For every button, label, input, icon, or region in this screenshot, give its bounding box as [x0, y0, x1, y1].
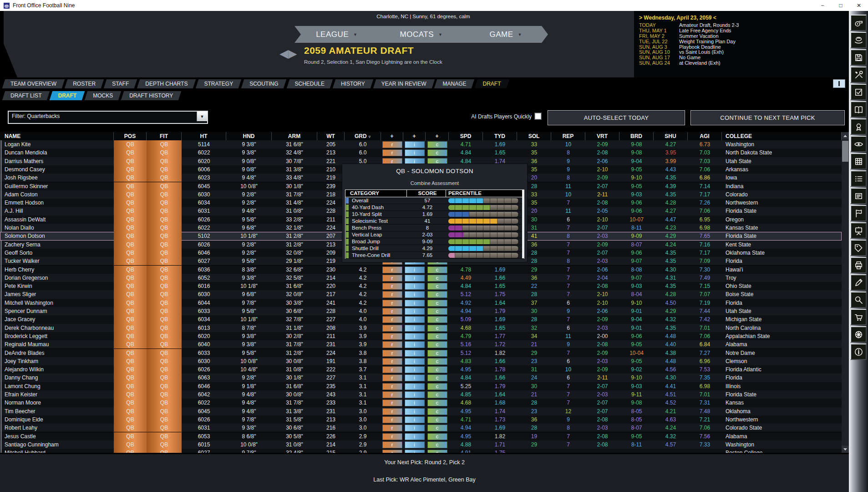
subtab-mocks[interactable]: MOCKS	[86, 91, 120, 100]
table-row[interactable]: Jace GraceyQBQB603410 1/8"32 7/8"2274.0r…	[0, 315, 842, 323]
sidebar-button-save[interactable]	[850, 49, 867, 66]
column-header-wt[interactable]: WT	[317, 132, 345, 140]
sidebar-button-medal[interactable]	[850, 118, 867, 135]
column-header-tyd[interactable]: TYD	[483, 132, 517, 140]
tab-manage[interactable]: MANAGE	[436, 79, 473, 88]
row-color-strip	[346, 252, 349, 258]
tab-team-overview[interactable]: TEAM OVERVIEW	[4, 79, 63, 88]
column-header-rep[interactable]: REP	[551, 132, 585, 140]
column-header-i[interactable]: +	[403, 132, 426, 140]
subtab-draft-list[interactable]: DRAFT LIST	[4, 91, 48, 100]
sidebar-button-pencil[interactable]	[850, 274, 867, 291]
table-row[interactable]: Dominique EideQBQB60269 7/8"31 5/8"2133.…	[0, 415, 842, 424]
cell-hnd: 9 3/8"	[226, 149, 272, 157]
sidebar-button-eye[interactable]	[850, 136, 867, 152]
ai-drafts-checkbox[interactable]	[534, 113, 542, 120]
scroll-up-arrow[interactable]	[842, 132, 849, 139]
sidebar-button-wheel[interactable]	[850, 326, 867, 343]
tab-scouting[interactable]: SCOUTING	[243, 79, 285, 88]
table-row[interactable]: Mitchell HubbardQBQB60279 7/8"32 4/8"215…	[0, 449, 842, 453]
sidebar-button-tag[interactable]	[850, 240, 867, 256]
column-header-vrt[interactable]: VRT	[585, 132, 619, 140]
column-header-c[interactable]: +	[426, 132, 449, 140]
table-row[interactable]: Jesus CastleQBQB60538 6/8"30 5/8"2262.9r…	[0, 432, 842, 441]
table-scrollbar[interactable]	[842, 132, 849, 453]
sidebar-button-hand-football[interactable]	[850, 32, 867, 48]
column-header-name[interactable]: NAME	[1, 132, 114, 140]
sidebar-button-news[interactable]	[850, 188, 867, 204]
sidebar-button-search[interactable]	[850, 292, 867, 308]
column-header-ht[interactable]: HT	[182, 132, 226, 140]
tab-depth-charts[interactable]: DEPTH CHARTS	[138, 79, 194, 88]
sidebar-button-info[interactable]	[850, 343, 867, 360]
column-header-shu[interactable]: SHU	[654, 132, 688, 140]
table-row[interactable]: James SligerQBQB60309 6/8"32 0/8"2174.2r…	[0, 290, 842, 298]
table-row[interactable]: Duncan MendiolaQBQB60229 3/8"32 4/8"2136…	[0, 149, 842, 157]
table-row[interactable]: Dorian GregersonQBQB60529 3/8"32 5/8"214…	[0, 274, 842, 282]
sidebar-button-printer[interactable]	[850, 257, 867, 273]
column-header-brd[interactable]: BRD	[619, 132, 654, 140]
table-row[interactable]: Robert LeahyQBQB60319 3/8"30 6/8"2163.0r…	[0, 424, 842, 432]
column-header-spd[interactable]: SPD	[449, 132, 483, 140]
minimize-button[interactable]: −	[813, 0, 832, 11]
table-row[interactable]: Efrain KeisterQBQB60429 4/8"30 0/8"2433.…	[0, 390, 842, 399]
menu-league[interactable]: LEAGUE▼	[294, 30, 379, 39]
table-row[interactable]: Derek CharbonneauQBQB60138 7/8"31 1/8"20…	[0, 324, 842, 332]
dropdown-arrow-icon[interactable]: ▼	[197, 112, 207, 121]
table-row[interactable]: Santiago CunninghamQBQB601510 0/8"31 0/8…	[0, 441, 842, 449]
column-header-college[interactable]: COLLEGE	[722, 132, 842, 140]
sidebar-button-whistle[interactable]	[850, 15, 867, 31]
sidebar-button-list[interactable]	[850, 170, 867, 187]
table-row[interactable]: Reginald MaumauQBQB60409 3/8"31 7/8"2313…	[0, 340, 842, 348]
table-row[interactable]: Logan KiteQBQB51149 3/8"31 6/8"2056.0ric…	[0, 140, 842, 149]
tab-draft[interactable]: DRAFT	[476, 79, 508, 88]
pick-nav-arrows[interactable]: ◀▶	[279, 47, 297, 60]
table-row[interactable]: Alejandro WilkinQBQB602610 4/8"31 0/8"22…	[0, 365, 842, 374]
table-row[interactable]: Spencer DunnamQBQB60339 5/8"30 6/8"2284.…	[0, 307, 842, 315]
subtab-draft-history[interactable]: DRAFT HISTORY	[122, 91, 180, 100]
sidebar-button-checklist[interactable]	[850, 84, 867, 100]
tab-staff[interactable]: STAFF	[105, 79, 136, 88]
sidebar-button-tools[interactable]	[850, 67, 867, 83]
sidebar-button-cart[interactable]	[850, 309, 867, 325]
table-row[interactable]: Joey TinkhamQBQB603010 0/8"30 0/8"1913.8…	[0, 357, 842, 365]
table-row[interactable]: Tim BeecherQBQB60459 4/8"31 3/8"2313.0ri…	[0, 407, 842, 415]
tab-year-in-review[interactable]: YEAR IN REVIEW	[375, 79, 433, 88]
scout-badge-c: c	[427, 325, 447, 332]
column-header-r[interactable]: +	[381, 132, 403, 140]
table-row[interactable]: Broderick LeggettQBQB60209 3/8"30 2/8"21…	[0, 332, 842, 340]
tab-strategy[interactable]: STRATEGY	[197, 79, 240, 88]
sidebar-button-grid[interactable]	[850, 153, 867, 169]
subtab-draft[interactable]: DRAFT	[51, 91, 83, 100]
tab-schedule[interactable]: SCHEDULE	[288, 79, 331, 88]
column-header-agi[interactable]: AGI	[688, 132, 722, 140]
table-row[interactable]: Norman MooreQBQB60229 4/8"31 7/8"2333.1r…	[0, 399, 842, 407]
column-header-arm[interactable]: ARM	[272, 132, 317, 140]
table-row[interactable]: Danny ChangQBQB60639 2/8"30 1/8"2273.1ri…	[0, 374, 842, 382]
scrollbar-thumb[interactable]	[842, 141, 848, 162]
menu-mocats[interactable]: MOCATS▼	[379, 30, 464, 39]
column-header-fit[interactable]: FIT	[147, 132, 182, 140]
scroll-down-arrow[interactable]	[842, 446, 849, 453]
table-row[interactable]: DeAndre BladesQBQB60339 5/8"31 2/8"2243.…	[0, 349, 842, 357]
sidebar-button-presentation[interactable]	[850, 222, 867, 239]
column-header-grd[interactable]: GRD▿	[345, 132, 381, 140]
table-row[interactable]: Mitchell WashingtonQBQB60449 7/8"30 3/8"…	[0, 299, 842, 307]
table-row[interactable]: Pete KirwinQBQB601610 1/8"31 6/8"2204.2r…	[0, 282, 842, 290]
continue-next-pick-button[interactable]: CONTINUE TO NEXT TEAM PICK	[690, 110, 845, 125]
position-filter-dropdown[interactable]: Filter: Quarterbacks ▼	[8, 111, 208, 124]
menu-game[interactable]: GAME▼	[463, 30, 548, 39]
close-button[interactable]: ✕	[850, 0, 868, 11]
table-row[interactable]: Lamont ChungQBQB60469 1/8"31 6/8"2353.1r…	[0, 382, 842, 390]
table-row[interactable]: Herb CherryQBQB60368 3/8"32 6/8"2304.2ri…	[0, 266, 842, 274]
panel-toggle-button[interactable]	[833, 79, 845, 88]
auto-select-today-button[interactable]: AUTO-SELECT TODAY	[548, 110, 685, 125]
tab-history[interactable]: HISTORY	[334, 79, 372, 88]
sidebar-button-flag[interactable]	[850, 205, 867, 221]
column-header-pos[interactable]: POS	[114, 132, 147, 140]
column-header-hnd[interactable]: HND	[226, 132, 272, 140]
column-header-sol[interactable]: SOL	[517, 132, 551, 140]
tab-roster[interactable]: ROSTER	[66, 79, 102, 88]
maximize-button[interactable]: □	[832, 0, 850, 11]
sidebar-button-playbook[interactable]	[850, 101, 867, 118]
